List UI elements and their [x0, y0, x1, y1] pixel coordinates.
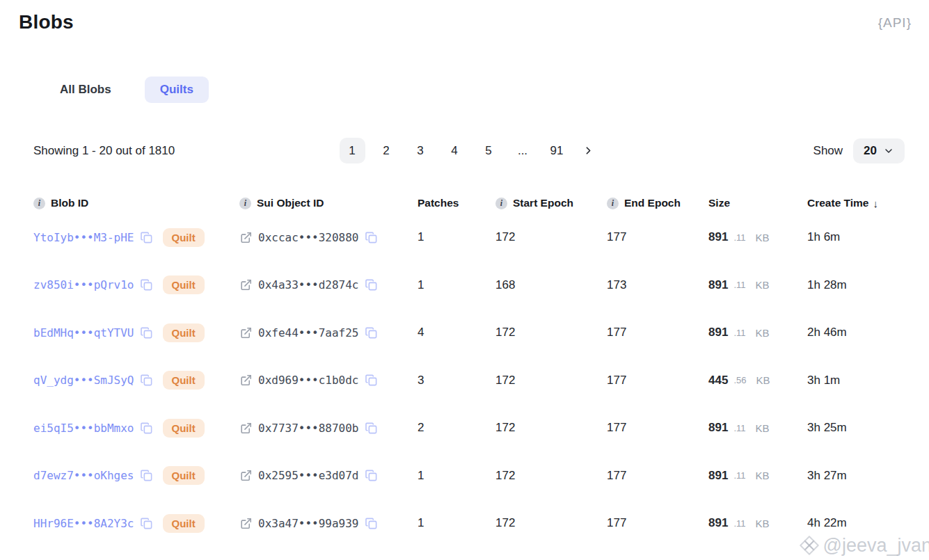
end-epoch-cell: 177 [607, 326, 708, 339]
external-link-icon[interactable] [239, 422, 253, 435]
start-epoch-cell: 172 [495, 230, 607, 244]
column-label: Size [708, 197, 730, 209]
start-epoch-cell: 172 [495, 516, 607, 530]
external-link-icon[interactable] [239, 374, 253, 387]
column-label: End Epoch [624, 197, 681, 209]
size-cell: 891.11KB [708, 516, 807, 530]
chevron-down-icon [883, 145, 894, 157]
blob-id-link[interactable]: bEdMHq•••qtYTVU [33, 326, 134, 339]
patches-cell: 4 [418, 326, 495, 339]
copy-icon[interactable] [140, 517, 153, 530]
table-row: HHr96E•••8A2Y3c Quilt 0x3a47•••99a939 1 … [33, 499, 905, 547]
column-label: Sui Object ID [257, 197, 324, 209]
copy-icon[interactable] [365, 422, 378, 435]
external-link-icon[interactable] [239, 326, 253, 339]
sui-object-id-link[interactable]: 0x4a33•••d2874c [258, 278, 359, 291]
sui-object-id-cell: 0xd969•••c1b0dc [239, 374, 418, 387]
page-number-button[interactable]: 5 [476, 138, 502, 163]
external-link-icon[interactable] [239, 469, 253, 482]
sui-object-id-cell: 0xccac•••320880 [239, 231, 418, 244]
sui-object-id-link[interactable]: 0xd969•••c1b0dc [258, 374, 359, 387]
sui-object-id-link[interactable]: 0x2595•••e3d07d [258, 469, 359, 482]
copy-icon[interactable] [365, 326, 378, 339]
blob-id-link[interactable]: YtoIyb•••M3-pHE [33, 231, 134, 244]
patches-cell: 1 [418, 469, 495, 483]
external-link-icon[interactable] [239, 517, 253, 530]
page-size-dropdown[interactable]: 20 [853, 138, 905, 163]
end-epoch-cell: 177 [607, 374, 708, 387]
table-row: YtoIyb•••M3-pHE Quilt 0xccac•••320880 1 … [33, 214, 905, 262]
create-time-cell: 1h 28m [807, 278, 905, 292]
size-cell: 891.11KB [708, 421, 807, 435]
page-number-button[interactable]: 1 [340, 138, 365, 163]
copy-icon[interactable] [365, 278, 378, 291]
info-icon[interactable]: i [607, 198, 619, 209]
copy-icon[interactable] [140, 278, 153, 291]
blob-id-link[interactable]: d7ewz7•••oKhges [33, 469, 134, 482]
page-size-value: 20 [864, 144, 877, 158]
column-header: i Blob ID [33, 197, 239, 209]
copy-icon[interactable] [365, 374, 378, 387]
page-number-button[interactable]: 91 [544, 138, 570, 163]
sui-object-id-link[interactable]: 0x3a47•••99a939 [258, 517, 359, 530]
page-number-button[interactable]: 3 [408, 138, 434, 163]
blob-id-link[interactable]: zv850i•••pQrv1o [33, 278, 134, 291]
external-link-icon[interactable] [239, 278, 253, 291]
api-button[interactable]: {API} [878, 11, 912, 31]
table-row: bEdMHq•••qtYTVU Quilt 0xfe44•••7aaf25 4 … [33, 309, 905, 357]
copy-icon[interactable] [140, 374, 153, 387]
blob-id-link[interactable]: qV_ydg•••SmJSyQ [33, 374, 134, 387]
column-label: Blob ID [51, 197, 88, 209]
sui-object-id-link[interactable]: 0xfe44•••7aaf25 [258, 326, 359, 339]
column-header: Size [708, 197, 807, 209]
sort-desc-icon[interactable]: ↓ [873, 198, 878, 209]
next-page-button[interactable] [578, 138, 599, 163]
blob-id-link[interactable]: ei5qI5•••bbMmxo [33, 422, 134, 435]
info-icon[interactable]: i [495, 198, 507, 209]
start-epoch-cell: 172 [495, 374, 607, 387]
page-size-group: Show 20 [813, 138, 905, 163]
size-cell: 445.56KB [708, 374, 807, 387]
tab-quilts[interactable]: Quilts [145, 77, 209, 103]
info-icon[interactable]: i [33, 198, 45, 209]
quilt-badge: Quilt [163, 371, 205, 390]
copy-icon[interactable] [365, 469, 378, 482]
blob-id-link[interactable]: HHr96E•••8A2Y3c [33, 517, 134, 530]
copy-icon[interactable] [140, 422, 153, 435]
copy-icon[interactable] [140, 326, 153, 339]
sui-object-id-link[interactable]: 0xccac•••320880 [258, 231, 359, 244]
size-cell: 891.11KB [708, 278, 807, 292]
chevron-right-icon [582, 145, 594, 157]
external-link-icon[interactable] [239, 231, 253, 244]
sui-object-id-link[interactable]: 0x7737•••88700b [258, 422, 359, 435]
size-cell: 891.11KB [708, 326, 807, 339]
page-header: Blobs {API} [0, 0, 929, 33]
quilt-badge: Quilt [163, 419, 205, 438]
column-header: i End Epoch [607, 197, 708, 209]
quilt-badge: Quilt [163, 228, 205, 247]
page-title: Blobs [19, 11, 74, 33]
column-header: Create Time ↓ [807, 197, 905, 209]
patches-cell: 2 [418, 421, 495, 435]
page-number-button[interactable]: 2 [374, 138, 399, 163]
table-body: YtoIyb•••M3-pHE Quilt 0xccac•••320880 1 … [33, 214, 905, 547]
page-number-button[interactable]: 4 [442, 138, 468, 163]
tab-bar: All Blobs Quilts [45, 77, 929, 103]
copy-icon[interactable] [140, 231, 153, 244]
info-icon[interactable]: i [239, 198, 251, 209]
blob-id-cell: HHr96E•••8A2Y3c Quilt [33, 514, 239, 533]
quilt-badge: Quilt [163, 323, 205, 342]
tab-all-blobs[interactable]: All Blobs [45, 77, 127, 103]
blob-id-cell: YtoIyb•••M3-pHE Quilt [33, 228, 239, 247]
end-epoch-cell: 173 [607, 278, 708, 292]
start-epoch-cell: 168 [495, 278, 607, 292]
create-time-cell: 2h 46m [807, 326, 905, 339]
patches-cell: 3 [418, 374, 495, 387]
end-epoch-cell: 177 [607, 230, 708, 244]
start-epoch-cell: 172 [495, 326, 607, 339]
blob-id-cell: qV_ydg•••SmJSyQ Quilt [33, 371, 239, 390]
copy-icon[interactable] [365, 517, 378, 530]
copy-icon[interactable] [140, 469, 153, 482]
toolbar: Showing 1 - 20 out of 1810 1 2 3 4 5 ...… [0, 138, 929, 163]
copy-icon[interactable] [365, 231, 378, 244]
